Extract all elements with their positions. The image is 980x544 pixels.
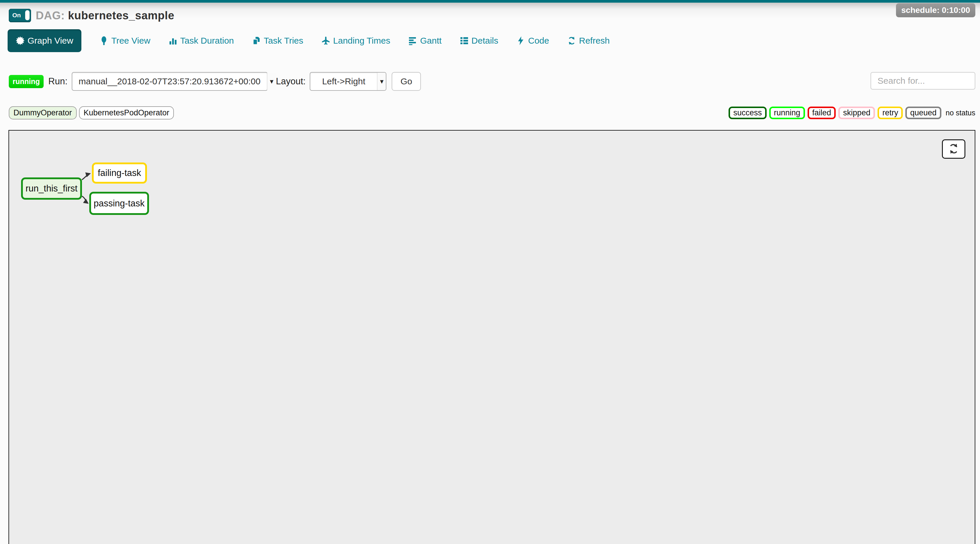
layout-select-value: Left->Right: [310, 76, 377, 86]
edge-run-this-first-to-failing-task: [82, 173, 90, 180]
run-select[interactable]: manual__2018-02-07T23:57:20.913672+00:00…: [72, 72, 268, 91]
dag-name-label: kubernetes_sample: [68, 10, 174, 22]
graph-node-run-this-first[interactable]: run_this_first: [21, 177, 82, 200]
dag-header: On DAG: kubernetes_sample: [9, 9, 175, 22]
sunburst-icon: [16, 36, 25, 45]
tree-icon: [100, 36, 108, 45]
refresh-icon: [567, 36, 576, 45]
state-badge-skipped: skipped: [838, 107, 875, 119]
toggle-knob: [25, 10, 30, 20]
chevron-down-icon: ▾: [267, 73, 276, 90]
legend-bar: DummyOperator KubernetesPodOperator succ…: [9, 106, 975, 119]
search-input[interactable]: [870, 72, 975, 90]
dag-on-off-toggle[interactable]: On: [9, 9, 31, 22]
tab-refresh[interactable]: Refresh: [567, 36, 610, 46]
graph-node-failing-task[interactable]: failing-task: [92, 162, 147, 184]
node-label: run_this_first: [25, 183, 77, 194]
list-icon: [460, 36, 469, 45]
tab-graph-view[interactable]: Graph View: [8, 29, 81, 52]
run-select-value: manual__2018-02-07T23:57:20.913672+00:00: [72, 76, 267, 86]
tab-landing-times[interactable]: Landing Times: [321, 36, 390, 46]
graph-refresh-button[interactable]: [942, 139, 966, 159]
state-legend: success running failed skipped retry que…: [729, 107, 975, 119]
schedule-badge: schedule: 0:10:00: [896, 3, 975, 17]
tab-task-tries[interactable]: Task Tries: [252, 36, 303, 46]
go-button[interactable]: Go: [391, 72, 421, 91]
node-label: failing-task: [98, 168, 141, 178]
tab-gantt[interactable]: Gantt: [408, 36, 441, 46]
state-badge-queued: queued: [905, 107, 941, 119]
node-label: passing-task: [94, 198, 145, 209]
plane-icon: [321, 36, 330, 45]
state-label-no-status: no status: [944, 109, 975, 117]
tab-label: Graph View: [27, 36, 73, 46]
dag-prefix-label: DAG:: [36, 10, 65, 22]
tab-label: Gantt: [420, 36, 441, 46]
copy-icon: [252, 36, 261, 45]
toggle-on-label: On: [12, 12, 21, 19]
chevron-down-icon: ▾: [377, 73, 386, 90]
tab-label: Refresh: [579, 36, 610, 46]
state-badge-failed: failed: [808, 107, 836, 119]
layout-label: Layout:: [276, 76, 306, 87]
tab-details[interactable]: Details: [460, 36, 498, 46]
state-badge-success: success: [729, 107, 767, 119]
tab-label: Tree View: [111, 36, 150, 46]
bar-chart-icon: [169, 36, 177, 45]
refresh-icon: [948, 143, 960, 155]
tab-task-duration[interactable]: Task Duration: [169, 36, 234, 46]
dag-graph-canvas[interactable]: run_this_first failing-task passing-task: [8, 130, 975, 544]
page-title: DAG: kubernetes_sample: [36, 10, 175, 22]
operator-pill-dummy[interactable]: DummyOperator: [9, 106, 77, 119]
dag-run-state-badge: running: [9, 75, 44, 88]
view-tabs: Graph View Tree View Task Duration Task …: [8, 29, 610, 52]
layout-select[interactable]: Left->Right ▾: [310, 72, 387, 91]
operator-legend: DummyOperator KubernetesPodOperator: [9, 106, 174, 119]
tab-code[interactable]: Code: [516, 36, 549, 46]
gantt-bars-icon: [408, 36, 417, 45]
bolt-icon: [516, 36, 525, 45]
tab-tree-view[interactable]: Tree View: [100, 36, 150, 46]
tab-label: Code: [528, 36, 549, 46]
graph-node-passing-task[interactable]: passing-task: [89, 192, 149, 215]
tab-label: Details: [472, 36, 498, 46]
state-badge-retry: retry: [878, 107, 903, 119]
run-label: Run:: [48, 76, 67, 87]
operator-pill-kubernetespod[interactable]: KubernetesPodOperator: [79, 106, 174, 119]
tab-label: Task Tries: [264, 36, 303, 46]
tab-label: Landing Times: [333, 36, 390, 46]
tab-label: Task Duration: [180, 36, 234, 46]
edge-run-this-first-to-passing-task: [82, 196, 88, 203]
state-badge-running: running: [769, 107, 805, 119]
run-bar: running Run: manual__2018-02-07T23:57:20…: [9, 72, 421, 91]
top-navbar-strip: [0, 0, 980, 3]
